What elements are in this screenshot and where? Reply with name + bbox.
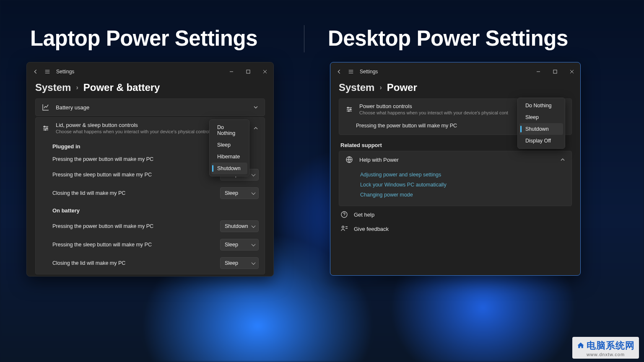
maximize-button[interactable]: [240, 65, 257, 78]
row-battery-close-lid: Closing the lid will make my PC Sleep: [36, 254, 265, 274]
settings-window-desktop: Settings System › Power Power button con…: [330, 62, 581, 276]
sliders-icon: [42, 124, 50, 132]
chevron-right-icon: ›: [76, 84, 78, 91]
maximize-button[interactable]: [547, 65, 564, 78]
dropdown-option-do-nothing[interactable]: Do Nothing: [519, 100, 563, 111]
breadcrumb-current: Power: [387, 82, 417, 93]
house-icon: [576, 341, 585, 350]
section-on-battery: On battery: [36, 202, 265, 217]
back-button[interactable]: [335, 67, 344, 76]
close-button[interactable]: [564, 65, 580, 78]
select-battery-lid[interactable]: Sleep: [220, 257, 259, 269]
headline-divider: [304, 25, 304, 52]
chart-icon: [42, 103, 50, 111]
breadcrumb-parent[interactable]: System: [339, 82, 374, 93]
lid-power-sleep-controls-card[interactable]: Lid, power & sleep button controls Choos…: [35, 117, 265, 274]
breadcrumb: System › Power & battery: [27, 81, 273, 98]
help-link-lock[interactable]: Lock your Windows PC automatically: [360, 180, 566, 190]
dropdown-option-display-off[interactable]: Display Off: [519, 135, 563, 147]
breadcrumb: System › Power: [330, 81, 580, 98]
row-plugged-close-lid: Closing the lid will make my PC Sleep: [36, 184, 265, 202]
minimize-button[interactable]: [223, 65, 240, 78]
help-with-power-card[interactable]: Help with Power Adjusting power and slee…: [339, 151, 572, 206]
minimize-button[interactable]: [530, 65, 547, 78]
help-link-adjusting[interactable]: Adjusting power and sleep settings: [360, 170, 566, 180]
related-support-label: Related support: [35, 276, 265, 277]
feedback-icon: [340, 225, 348, 233]
help-links: Adjusting power and sleep settings Lock …: [339, 168, 571, 206]
watermark: 电脑系统网 www.dnxtw.com: [572, 337, 639, 359]
menu-button[interactable]: [43, 67, 52, 76]
titlebar: Settings: [330, 62, 580, 81]
chevron-up-icon: [560, 157, 566, 163]
select-plugged-lid[interactable]: Sleep: [220, 187, 259, 199]
globe-icon: [345, 155, 353, 164]
breadcrumb-parent[interactable]: System: [35, 82, 71, 93]
dropdown-option-do-nothing[interactable]: Do Nothing: [211, 122, 247, 139]
select-battery-sleep[interactable]: Sleep: [220, 239, 259, 251]
headline-desktop: Desktop Power Settings: [328, 26, 568, 51]
select-battery-power[interactable]: Shutdown: [220, 220, 259, 232]
window-title: Settings: [360, 69, 378, 75]
help-link-power-mode[interactable]: Changing power mode: [360, 190, 566, 200]
menu-button[interactable]: [346, 67, 356, 76]
row-battery-sleep-button: Pressing the sleep button will make my P…: [36, 235, 265, 254]
svg-rect-4: [553, 70, 557, 73]
dropdown-option-hibernate[interactable]: Hibernate: [211, 151, 247, 163]
window-title: Settings: [56, 69, 74, 75]
give-feedback-link[interactable]: Give feedback: [339, 222, 572, 236]
back-button[interactable]: [31, 67, 40, 76]
chevron-right-icon: ›: [379, 84, 382, 91]
dropdown-option-shutdown[interactable]: Shutdown: [211, 163, 247, 174]
breadcrumb-current: Power & battery: [83, 82, 160, 93]
battery-usage-card[interactable]: Battery usage: [35, 98, 265, 116]
svg-rect-0: [247, 70, 250, 73]
titlebar: Settings: [27, 62, 273, 81]
help-icon: [340, 211, 348, 218]
close-button[interactable]: [257, 65, 273, 78]
dropdown-option-sleep[interactable]: Sleep: [519, 111, 563, 123]
sliders-icon: [345, 105, 353, 114]
headline-laptop: Laptop Power Settings: [30, 26, 257, 51]
settings-window-laptop: Settings System › Power & battery Batter…: [26, 62, 274, 277]
dropdown-option-shutdown[interactable]: Shutdown: [519, 123, 563, 135]
chevron-down-icon: [253, 104, 259, 110]
dropdown-option-sleep[interactable]: Sleep: [211, 139, 247, 151]
power-action-dropdown[interactable]: Do Nothing Sleep Shutdown Display Off: [517, 98, 565, 149]
svg-point-10: [342, 226, 344, 228]
power-action-dropdown[interactable]: Do Nothing Sleep Hibernate Shutdown: [209, 119, 249, 176]
get-help-link[interactable]: Get help: [339, 207, 572, 222]
chevron-up-icon: [253, 125, 259, 131]
row-battery-power-button: Pressing the power button will make my P…: [36, 217, 265, 235]
